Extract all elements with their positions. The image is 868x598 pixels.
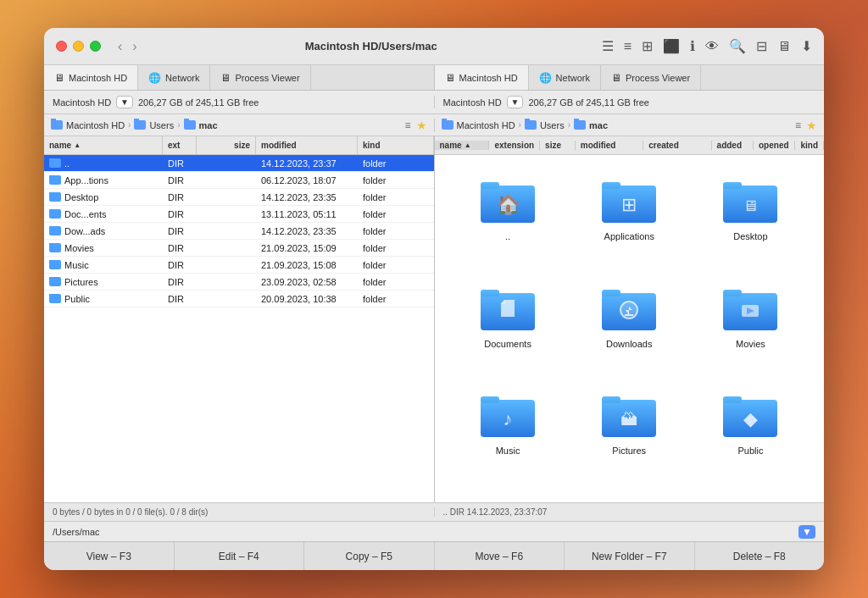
folder-icon-sm: [49, 260, 61, 269]
path-dropdown-button[interactable]: ▼: [798, 525, 815, 539]
bottom-button-view-–-f3[interactable]: View – F3: [44, 542, 175, 570]
toggle-icon[interactable]: ⬛: [663, 38, 680, 54]
breadcrumb-hd-icon-left: [51, 120, 63, 130]
bc-users-left[interactable]: Users: [149, 120, 174, 130]
col-header-rname[interactable]: name ▲: [435, 141, 490, 150]
icon-label: Downloads: [606, 339, 652, 349]
bottom-button-move-–-f6[interactable]: Move – F6: [435, 542, 565, 570]
icon-item[interactable]: 🏔 Pictures: [573, 386, 686, 485]
icon-label: Desktop: [733, 231, 767, 241]
list-icon-right[interactable]: ≡: [795, 119, 801, 131]
svg-rect-21: [481, 396, 499, 403]
folder-icon-sm: [49, 226, 61, 235]
col-header-rmodified[interactable]: modified: [576, 141, 643, 150]
icon-label: Pictures: [612, 446, 646, 456]
drive-dropdown-right[interactable]: ▼: [507, 96, 524, 108]
bottom-button-edit-–-f4[interactable]: Edit – F4: [175, 542, 305, 570]
list-icon-left[interactable]: ≡: [404, 119, 410, 131]
file-row[interactable]: Pictures DIR 23.09.2023, 02:58 folder: [44, 274, 434, 291]
file-ext-cell: DIR: [163, 226, 197, 236]
icon-item[interactable]: 🖥 Desktop: [694, 172, 807, 271]
status-bar: 0 bytes / 0 bytes in 0 / 0 file(s). 0 / …: [44, 502, 824, 521]
search-icon[interactable]: 🔍: [729, 38, 746, 54]
col-header-radded[interactable]: added: [712, 141, 754, 150]
bc-users-right[interactable]: Users: [540, 120, 565, 130]
icon-item[interactable]: Movies: [694, 280, 807, 379]
maximize-button[interactable]: [90, 41, 101, 52]
file-kind-cell: folder: [358, 294, 434, 304]
bc-mac-right[interactable]: mac: [589, 120, 608, 130]
main-window: ‹ › Macintosh HD/Users/mac ☰ ≡ ⊞ ⬛ ℹ 👁 🔍…: [44, 28, 824, 570]
equalizer-icon[interactable]: ⊟: [756, 38, 767, 54]
col-header-ext[interactable]: ext: [163, 136, 197, 154]
file-row[interactable]: Dow...ads DIR 14.12.2023, 23:35 folder: [44, 223, 434, 240]
folder-icon-sm: [49, 243, 61, 252]
info-icon[interactable]: ℹ: [690, 38, 695, 54]
svg-text:♪: ♪: [504, 408, 513, 429]
svg-rect-27: [723, 396, 742, 403]
tab-process-left[interactable]: 🖥 Process Viewer: [210, 65, 310, 90]
bottom-button-delete-–-f8[interactable]: Delete – F8: [695, 542, 825, 570]
icon-item[interactable]: Downloads: [573, 280, 686, 379]
tab-process-right[interactable]: 🖥 Process Viewer: [601, 65, 701, 90]
bottom-button-copy-–-f5[interactable]: Copy – F5: [304, 542, 435, 570]
tab-network-right[interactable]: 🌐 Network: [529, 65, 601, 90]
col-header-kind[interactable]: kind: [358, 136, 434, 154]
col-header-rext[interactable]: extension: [489, 141, 540, 150]
bc-mac-left[interactable]: mac: [199, 120, 218, 130]
svg-rect-10: [481, 290, 499, 296]
file-row[interactable]: Movies DIR 21.09.2023, 15:09 folder: [44, 240, 434, 257]
icon-item[interactable]: ⊞ Applications: [573, 172, 686, 271]
bc-macintosh-right[interactable]: Macintosh HD: [457, 120, 515, 130]
list-view-icon[interactable]: ≡: [624, 39, 632, 54]
file-row[interactable]: Music DIR 21.09.2023, 15:08 folder: [44, 257, 434, 274]
tab-macintosh-hd-right[interactable]: 🖥 Macintosh HD: [435, 65, 529, 90]
icon-item[interactable]: Documents: [452, 280, 565, 379]
file-kind-cell: folder: [358, 277, 434, 287]
svg-text:⊞: ⊞: [621, 194, 637, 215]
status-right: .. DIR 14.12.2023, 23:37:07: [435, 507, 825, 517]
file-row[interactable]: Doc...ents DIR 13.11.2023, 05:11 folder: [44, 206, 434, 223]
icon-item[interactable]: ♪ Music: [452, 386, 565, 485]
col-header-rsize[interactable]: size: [540, 141, 576, 150]
folder-icon-lg: [602, 286, 656, 334]
col-header-rkind[interactable]: kind: [795, 141, 824, 150]
tab-network-left[interactable]: 🌐 Network: [138, 65, 210, 90]
bottom-button-new-folder-–-f7[interactable]: New Folder – F7: [565, 542, 695, 570]
file-row[interactable]: App...tions DIR 06.12.2023, 18:07 folder: [44, 172, 434, 189]
bc-macintosh-left[interactable]: Macintosh HD: [66, 120, 125, 130]
star-icon-right[interactable]: ★: [806, 119, 817, 132]
icon-item[interactable]: 🏠 ..: [452, 172, 565, 271]
svg-text:🏠: 🏠: [497, 193, 520, 216]
back-button[interactable]: ‹: [114, 37, 125, 56]
grid-view-icon[interactable]: ⊞: [642, 38, 653, 54]
file-row[interactable]: Public DIR 20.09.2023, 10:38 folder: [44, 291, 434, 307]
file-modified-cell: 14.12.2023, 23:35: [256, 192, 358, 202]
folder-icon-lg: 🏔: [602, 393, 656, 440]
minimize-button[interactable]: [73, 41, 84, 52]
monitor-icon[interactable]: 🖥: [777, 39, 791, 54]
tab-macintosh-hd-left[interactable]: 🖥 Macintosh HD: [44, 65, 138, 90]
file-row[interactable]: Desktop DIR 14.12.2023, 23:35 folder: [44, 189, 434, 206]
file-kind: folder: [363, 243, 387, 253]
col-header-rcreated[interactable]: created: [643, 141, 711, 150]
icon-item[interactable]: ◆ Public: [694, 386, 807, 485]
col-header-ropened[interactable]: opened: [754, 141, 795, 150]
eye-icon[interactable]: 👁: [705, 39, 719, 54]
col-header-size[interactable]: size: [197, 136, 256, 154]
file-row[interactable]: .. DIR 14.12.2023, 23:37 folder: [44, 155, 434, 172]
drive-dropdown-left[interactable]: ▼: [116, 96, 133, 108]
star-icon-left[interactable]: ★: [416, 119, 427, 132]
file-modified: 21.09.2023, 15:09: [261, 243, 337, 253]
file-list: .. DIR 14.12.2023, 23:37 folder App...ti…: [44, 155, 434, 502]
svg-text:🏔: 🏔: [620, 410, 637, 429]
file-ext: DIR: [168, 175, 184, 185]
forward-button[interactable]: ›: [129, 37, 140, 56]
close-button[interactable]: [56, 41, 67, 52]
col-header-modified[interactable]: modified: [256, 136, 358, 154]
col-header-name[interactable]: name ▲: [44, 136, 163, 154]
svg-rect-12: [602, 290, 620, 296]
download-icon[interactable]: ⬇: [801, 38, 812, 54]
menu-icon[interactable]: ☰: [602, 38, 614, 54]
bc-actions-left: ≡ ★: [404, 119, 426, 132]
